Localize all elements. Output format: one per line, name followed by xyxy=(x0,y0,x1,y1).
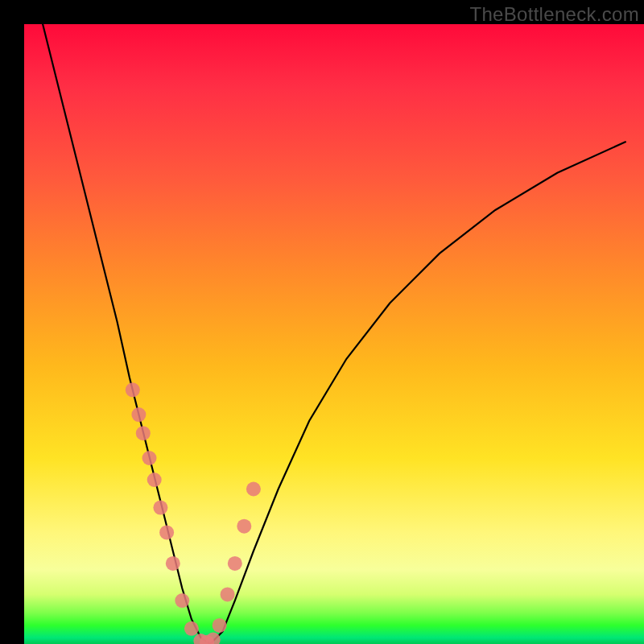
marker-point xyxy=(166,556,180,571)
marker-point xyxy=(142,451,157,465)
marker-point xyxy=(175,593,189,608)
watermark-text: TheBottleneck.com xyxy=(469,3,639,26)
plot-area xyxy=(24,24,644,644)
marker-point xyxy=(246,482,261,497)
marker-point xyxy=(131,407,146,422)
marker-point xyxy=(147,473,162,487)
chart-frame: TheBottleneck.com xyxy=(0,0,644,644)
marker-point xyxy=(221,587,235,601)
marker-point xyxy=(126,382,140,397)
bottleneck-curve xyxy=(43,24,625,644)
marker-point xyxy=(237,519,251,534)
marker-point xyxy=(213,618,227,633)
marker-point xyxy=(228,556,242,571)
chart-svg xyxy=(24,24,644,644)
marker-point xyxy=(136,426,151,440)
marker-point xyxy=(184,621,199,636)
marker-group xyxy=(126,382,261,644)
marker-point xyxy=(153,501,167,515)
marker-point xyxy=(206,633,221,644)
marker-point xyxy=(159,525,174,539)
